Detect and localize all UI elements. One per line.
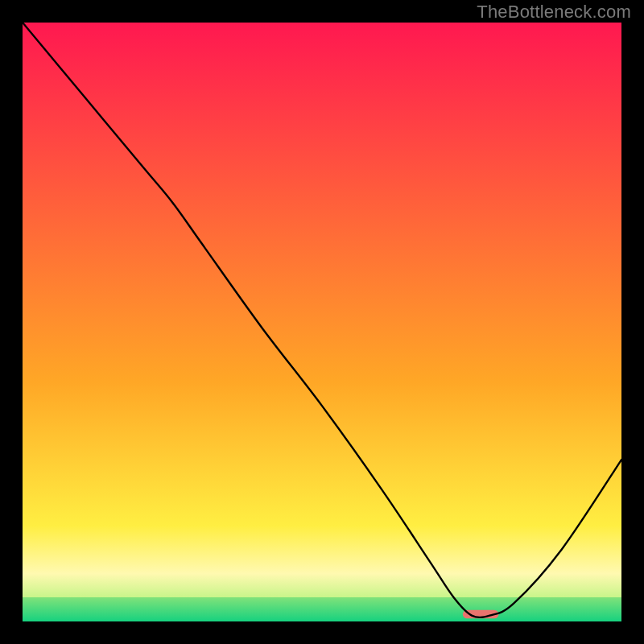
bottleneck-plot xyxy=(23,23,621,621)
chart-container: TheBottleneck.com xyxy=(0,0,644,644)
plot-background xyxy=(23,23,621,621)
watermark-text: TheBottleneck.com xyxy=(477,2,631,23)
